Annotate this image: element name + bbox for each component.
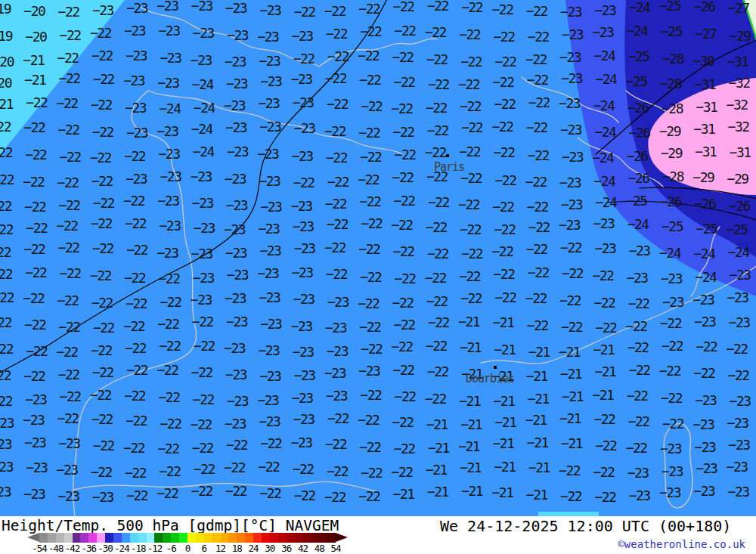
temp-value: −23 <box>293 220 314 234</box>
temp-value: −23 <box>291 436 312 450</box>
temp-value: −22 <box>494 268 515 281</box>
temp-value: −31 <box>696 101 717 114</box>
temp-value: −22 <box>193 393 214 407</box>
temp-value: −23 <box>23 487 45 501</box>
temp-value: −27 <box>695 27 716 41</box>
temp-value: −23 <box>191 247 212 261</box>
legend-arrow-right-icon <box>336 533 348 542</box>
temp-value: −22 <box>0 246 11 259</box>
temp-value: −22 <box>58 241 79 255</box>
temp-value: −22 <box>560 241 581 255</box>
temp-value: −23 <box>662 465 683 478</box>
temp-value: −21 <box>560 367 581 381</box>
temp-value: −23 <box>227 29 248 42</box>
temp-value: −22 <box>60 390 81 404</box>
city-label: Paris <box>434 160 464 174</box>
temp-value: −21 <box>594 365 615 379</box>
temp-value: −23 <box>227 145 248 159</box>
legend-segment <box>253 533 262 543</box>
temp-value: −24 <box>594 125 615 139</box>
temp-value: −22 <box>560 490 581 503</box>
temp-value: −22 <box>294 5 315 19</box>
temp-value: −26 <box>628 172 649 185</box>
legend-segment <box>105 533 113 543</box>
temp-value: −23 <box>224 223 245 237</box>
temp-value: −22 <box>394 76 415 89</box>
legend-tick-label: 6 <box>202 543 207 554</box>
temp-value: −22 <box>493 200 514 214</box>
temp-value: −23 <box>326 389 347 403</box>
temp-value: −22 <box>92 125 113 139</box>
legend-tick-label: -24 <box>114 543 129 554</box>
temp-value: −22 <box>358 173 379 187</box>
chart-title: Height/Temp. 500 hPa [gdmp][°C] NAVGEM <box>2 517 339 534</box>
temp-value: −23 <box>193 26 214 40</box>
temp-value: −21 <box>528 461 550 475</box>
temp-value: −25 <box>626 194 647 208</box>
temp-value: −23 <box>260 200 281 214</box>
legend-tick-label: -18 <box>131 543 146 554</box>
temp-value: −20 <box>23 5 45 18</box>
temp-value: −22 <box>426 339 447 353</box>
temp-value: −23 <box>559 97 580 110</box>
temp-value: −21 <box>559 345 580 359</box>
temp-value: −24 <box>595 73 616 86</box>
temp-value: −22 <box>626 441 647 455</box>
temp-value: −23 <box>727 291 748 305</box>
temp-value: −23 <box>729 316 750 330</box>
temp-value: −23 <box>358 364 380 378</box>
copyright-link[interactable]: ©weatheronline.co.uk <box>618 538 745 550</box>
temp-value: −23 <box>627 271 648 285</box>
temp-value: −23 <box>561 198 582 212</box>
temp-value: −22 <box>0 200 11 213</box>
temp-value: −22 <box>91 344 112 357</box>
temp-value: −22 <box>593 296 615 310</box>
temp-value: −23 <box>259 291 280 305</box>
temp-value: −23 <box>225 368 246 382</box>
temp-value: −23 <box>560 5 581 19</box>
temp-value: −30 <box>692 54 714 68</box>
temp-value: −23 <box>294 122 315 135</box>
temp-value: −22 <box>226 438 247 452</box>
temp-value: −32 <box>729 76 750 90</box>
temp-value: −21 <box>593 343 614 357</box>
temp-value: −22 <box>392 296 414 310</box>
temp-value: −22 <box>559 294 581 308</box>
temp-value: −24 <box>592 151 613 165</box>
temp-value: −23 <box>227 395 248 408</box>
temp-value: −22 <box>92 242 113 255</box>
temp-value: −22 <box>627 341 649 354</box>
temp-value: −29 <box>727 172 748 186</box>
temp-value: −22 <box>93 73 114 86</box>
temp-value: −29 <box>661 147 682 160</box>
temp-value: −23 <box>560 123 581 137</box>
temp-value: −20 <box>25 30 46 44</box>
legend-segment <box>147 533 155 543</box>
temp-value: −22 <box>325 438 346 451</box>
legend-color-bar <box>39 533 336 543</box>
temp-value: −22 <box>361 100 382 113</box>
temp-value: −21 <box>426 418 448 432</box>
temp-value: −22 <box>393 245 414 258</box>
temp-value: −22 <box>360 25 381 39</box>
temp-value: −21 <box>0 97 13 111</box>
temp-value: −23 <box>259 120 280 134</box>
temp-value: −22 <box>427 0 448 13</box>
temp-value: −23 <box>125 172 147 186</box>
temp-value: −23 <box>225 121 246 135</box>
temp-value: −23 <box>124 24 145 38</box>
temp-value: −22 <box>528 96 550 110</box>
temp-value: −19 <box>0 2 11 16</box>
temp-value: −23 <box>662 296 683 309</box>
temp-value: −22 <box>526 243 547 256</box>
temp-value: −23 <box>562 150 583 164</box>
legend-tick-labels: -54-48-42-36-30-24-18-12-606121824303642… <box>39 543 336 553</box>
legend-segment <box>295 533 303 543</box>
temp-value: −22 <box>123 194 144 208</box>
legend-segment <box>237 533 245 543</box>
temp-value: −22 <box>361 466 382 480</box>
temp-value: −26 <box>693 0 714 14</box>
temp-value: −23 <box>126 2 147 15</box>
temp-value: −22 <box>57 294 79 308</box>
temp-value: −21 <box>428 441 449 455</box>
